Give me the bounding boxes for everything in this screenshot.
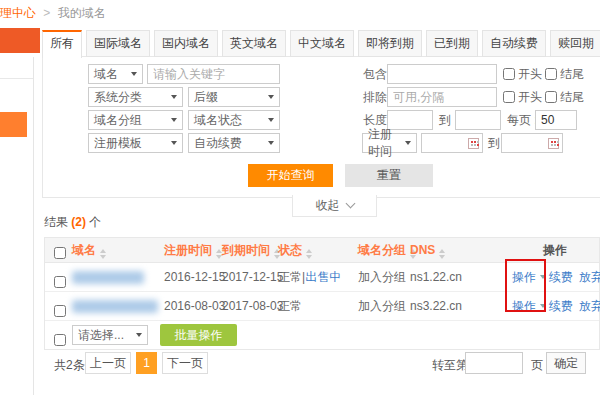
tab-expiring[interactable]: 即将到期 [358, 30, 422, 57]
sort-icon[interactable] [100, 249, 106, 259]
tail-label: 结尾 [560, 87, 584, 107]
system-category-value: 系统分类 [94, 89, 142, 106]
checkbox-icon[interactable] [503, 91, 515, 103]
result-count: (2) [71, 215, 86, 229]
checkbox-icon[interactable] [503, 68, 515, 80]
checkbox-icon[interactable] [545, 68, 557, 80]
exclude-tail-checkbox[interactable]: 结尾 [545, 87, 584, 107]
head-label: 开头 [518, 64, 542, 84]
sidebar-divider [0, 78, 34, 79]
abandon-link[interactable]: 放弃 [579, 292, 600, 320]
search-field-select[interactable]: 域名 [88, 64, 143, 84]
breadcrumb-root-link[interactable]: 理中心 [0, 6, 36, 20]
chevron-down-icon [345, 199, 355, 209]
col-exp-time: 到期时间 [222, 238, 280, 262]
col-group: 域名分组 [358, 238, 416, 262]
include-tail-checkbox[interactable]: 结尾 [545, 64, 584, 84]
breadcrumb-current: 我的域名 [58, 6, 106, 20]
time-field-select[interactable]: 注册时间 [362, 133, 417, 153]
sidebar-border [33, 57, 34, 395]
batch-checkbox[interactable] [54, 328, 66, 356]
status-cell: 正常|出售中 [278, 263, 341, 291]
tab-auto-renew[interactable]: 自动续费 [482, 30, 546, 57]
tab-redemption[interactable]: 赎回期 [550, 30, 600, 57]
exp-date: 2017-08-03 [222, 292, 283, 320]
dns-value: ns1.22.cn [410, 263, 462, 291]
col-reg-time: 注册时间 [164, 238, 222, 262]
abandon-link[interactable]: 放弃 [579, 263, 600, 291]
collapse-toggle[interactable]: 收起 [292, 195, 377, 217]
batch-select-value: 请选择... [78, 327, 124, 344]
domain-group-select[interactable]: 域名分组 [88, 110, 183, 130]
sidebar-active-item[interactable] [0, 28, 40, 53]
domain-filter-tabs: 所有 国际域名 国内域名 英文域名 中文域名 即将到期 已到期 自动续费 赎回期… [42, 30, 600, 57]
renew-link[interactable]: 续费 [549, 263, 573, 291]
action-dropdown[interactable]: 操作 [512, 292, 546, 320]
table-row: 2016-12-15 2017-12-15 正常|出售中 加入分组 ns1.22… [45, 263, 599, 292]
length-to-label: 到 [439, 110, 451, 130]
current-page-button[interactable]: 1 [136, 352, 157, 374]
tab-international[interactable]: 国际域名 [86, 30, 150, 57]
sort-icon[interactable] [306, 249, 312, 259]
domain-name-blurred[interactable] [72, 271, 144, 284]
reset-button[interactable]: 重置 [345, 164, 433, 187]
dns-value: ns3.22.cn [410, 292, 462, 320]
tail-label: 结尾 [560, 64, 584, 84]
result-prefix: 结果 [44, 215, 68, 229]
batch-action-button[interactable]: 批量操作 [160, 324, 237, 346]
result-count-line: 结果 (2) 个 [44, 214, 101, 231]
auto-renew-value: 自动续费 [194, 135, 242, 152]
next-page-button[interactable]: 下一页 [162, 352, 208, 374]
join-group-link[interactable]: 加入分组 [358, 263, 406, 291]
date-to-label: 到 [488, 133, 500, 153]
include-head-checkbox[interactable]: 开头 [503, 64, 542, 84]
exclude-head-checkbox[interactable]: 开头 [503, 87, 542, 107]
include-input[interactable] [387, 64, 497, 84]
reg-date: 2016-12-15 [164, 263, 225, 291]
checkbox-icon[interactable] [545, 91, 557, 103]
jump-page-input[interactable] [465, 352, 523, 374]
head-label: 开头 [518, 87, 542, 107]
join-group-link[interactable]: 加入分组 [358, 292, 406, 320]
exclude-input[interactable] [387, 87, 497, 107]
calendar-icon[interactable] [468, 138, 479, 149]
register-template-select[interactable]: 注册模板 [88, 133, 183, 153]
domain-group-value: 域名分组 [94, 112, 142, 129]
result-unit: 个 [89, 215, 101, 229]
suffix-select[interactable]: 后缀 [188, 87, 280, 107]
col-action: 操作 [543, 238, 567, 262]
prev-page-button[interactable]: 上一页 [85, 352, 131, 374]
renew-link[interactable]: 续费 [549, 292, 573, 320]
batch-action-select[interactable]: 请选择... [72, 325, 148, 345]
tab-expired[interactable]: 已到期 [426, 30, 478, 57]
sort-icon[interactable] [439, 249, 445, 259]
system-category-select[interactable]: 系统分类 [88, 87, 183, 107]
per-page-label: 每页 : [507, 110, 538, 130]
tab-domestic[interactable]: 国内域名 [154, 30, 218, 57]
sidebar-highlight-item[interactable] [0, 112, 27, 137]
per-page-input[interactable] [535, 110, 577, 130]
reg-date: 2016-08-03 [164, 292, 225, 320]
length-max-input[interactable] [455, 110, 501, 130]
search-button[interactable]: 开始查询 [248, 164, 333, 187]
auto-renew-select[interactable]: 自动续费 [188, 133, 280, 153]
date-start-input[interactable] [421, 133, 483, 153]
domain-status-select[interactable]: 域名状态 [188, 110, 280, 130]
tab-english[interactable]: 英文域名 [222, 30, 286, 57]
chevron-down-icon [136, 333, 142, 337]
action-dropdown[interactable]: 操作 [512, 263, 546, 291]
date-end-input[interactable] [501, 133, 563, 153]
status-cell: 正常 [278, 292, 302, 320]
keyword-input[interactable] [147, 64, 280, 84]
search-filter-panel: 域名 系统分类 后缀 域名分组 域名状态 注册模板 自动续费 [42, 56, 600, 198]
time-field-value: 注册时间 [368, 126, 401, 160]
jump-to-label: 转至第 [432, 357, 468, 374]
chevron-down-icon [405, 141, 411, 145]
tab-all[interactable]: 所有 [42, 30, 82, 58]
calendar-icon[interactable] [548, 138, 559, 149]
domain-name-blurred[interactable] [72, 300, 158, 313]
confirm-button[interactable]: 确定 [546, 352, 586, 374]
caret-down-icon [540, 304, 546, 308]
tab-chinese[interactable]: 中文域名 [290, 30, 354, 57]
on-sale-link[interactable]: 出售中 [305, 270, 341, 284]
